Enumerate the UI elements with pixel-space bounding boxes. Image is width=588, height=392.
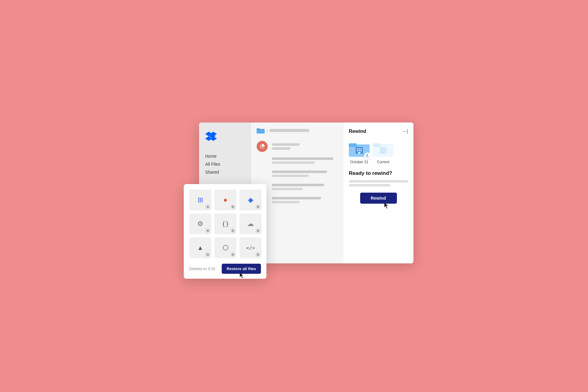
rewind-panel: Rewind →|: [343, 123, 413, 263]
sidebar-item-shared[interactable]: Shared: [205, 170, 245, 175]
file-icon-braces: {}: [222, 220, 229, 228]
folder-item-october[interactable]: October 31: [349, 141, 370, 164]
file-badge-1: [205, 204, 210, 209]
folder-icon-october: [349, 141, 370, 158]
file-icon-pie: [257, 141, 268, 152]
svg-point-35: [232, 253, 234, 256]
file-icon-cloud: ☁: [247, 220, 254, 228]
cursor-icon: [383, 202, 389, 209]
file-icon-hex: ⬡: [223, 244, 228, 252]
rewind-close-icon[interactable]: →|: [402, 129, 408, 134]
svg-rect-2: [257, 130, 265, 134]
file-thumb-grid: ⊞: [189, 190, 211, 210]
svg-rect-23: [384, 148, 386, 149]
file-badge-7: [205, 252, 210, 257]
file-badge-3: [255, 204, 260, 209]
svg-point-34: [206, 253, 209, 256]
file-badge-9: [255, 252, 260, 257]
file-thumb-cloud: ☁: [239, 213, 262, 234]
file-plain-line-7: [272, 197, 321, 199]
svg-rect-10: [359, 148, 360, 149]
file-badge-4: [205, 228, 210, 233]
files-popup: ⊞ ● ◆ ⚙: [184, 184, 266, 279]
svg-rect-21: [381, 148, 382, 149]
svg-rect-7: [349, 143, 357, 147]
folder-item-current[interactable]: Current: [373, 141, 394, 164]
files-grid: ⊞ ● ◆ ⚙: [189, 190, 261, 258]
folder-october-label: October 31: [350, 160, 368, 164]
file-row-plain-3: [272, 184, 337, 190]
deleted-label: Deleted on 9.20: [189, 267, 215, 271]
rewind-button[interactable]: Rewind: [360, 193, 397, 204]
svg-rect-11: [360, 148, 362, 149]
svg-rect-14: [360, 150, 362, 151]
file-plain-line-6: [272, 188, 303, 190]
file-thumb-hex: ⬡: [214, 237, 236, 258]
ready-to-rewind-title: Ready to rewind?: [349, 170, 408, 176]
file-row-plain-1: [272, 157, 337, 164]
file-badge-6: [255, 228, 260, 233]
file-line-1: [272, 143, 300, 146]
svg-rect-15: [358, 152, 360, 154]
rewind-header: Rewind →|: [349, 129, 408, 134]
file-thumb-braces: {}: [214, 213, 236, 234]
rewind-badge: [364, 153, 371, 159]
svg-point-36: [257, 253, 259, 256]
rewind-title: Rewind: [349, 129, 366, 134]
svg-rect-26: [384, 150, 386, 151]
file-thumb-pie: ●: [214, 190, 236, 210]
file-thumb-mountain: ▲: [189, 237, 211, 258]
scene: Home All Files Shared ›: [187, 123, 401, 270]
sidebar-item-all-files[interactable]: All Files: [205, 162, 245, 167]
svg-rect-9: [357, 148, 358, 149]
breadcrumb-folder-icon: [257, 127, 265, 134]
file-row-plain-4: [272, 197, 337, 203]
svg-point-31: [206, 229, 209, 232]
folder-current-label: Current: [377, 160, 389, 164]
file-icon-code: </>: [246, 245, 255, 251]
rewind-folders: October 31: [349, 141, 408, 164]
file-line-2: [272, 147, 290, 150]
file-plain-line-5: [272, 184, 324, 186]
svg-rect-12: [357, 150, 358, 151]
rewind-desc-line-1: [349, 180, 408, 183]
svg-rect-24: [381, 150, 382, 151]
file-plain-line-2: [272, 161, 315, 164]
file-icon-grid: ⊞: [198, 196, 203, 204]
file-icon-gear: ⚙: [197, 220, 203, 228]
file-thumb-gear: ⚙: [189, 213, 211, 234]
folder-icon-current: [373, 141, 394, 158]
svg-point-28: [206, 205, 209, 208]
svg-rect-13: [359, 150, 360, 151]
rewind-desc-line-2: [349, 184, 390, 187]
file-icon-mountain: ▲: [197, 244, 203, 251]
svg-point-33: [257, 229, 259, 232]
svg-point-30: [257, 205, 259, 208]
file-plain-line-4: [272, 175, 309, 177]
svg-rect-22: [383, 148, 384, 149]
file-badge-5: [230, 228, 235, 233]
file-text-lines-1: [272, 143, 300, 150]
file-plain-line-3: [272, 171, 327, 173]
popup-footer: Deleted on 9.20 Restore all files: [189, 264, 261, 274]
svg-rect-19: [373, 143, 381, 147]
svg-point-32: [232, 229, 234, 232]
file-plain-line-8: [272, 201, 300, 203]
file-icon-diamond: ◆: [248, 196, 253, 204]
breadcrumb-bar: [270, 129, 309, 132]
rewind-desc-lines: [349, 180, 408, 187]
sidebar-item-home[interactable]: Home: [205, 154, 245, 159]
svg-rect-25: [383, 150, 384, 151]
sidebar-nav: Home All Files Shared: [205, 154, 245, 175]
file-thumb-diamond: ◆: [239, 190, 262, 210]
file-plain-line-1: [272, 157, 333, 160]
svg-rect-27: [382, 152, 384, 154]
breadcrumb: ›: [257, 127, 337, 134]
svg-point-29: [232, 205, 234, 208]
file-thumb-code: </>: [239, 237, 262, 258]
breadcrumb-chevron: ›: [266, 128, 268, 133]
file-badge-8: [230, 252, 235, 257]
svg-rect-3: [257, 128, 260, 130]
file-row-1: [257, 141, 337, 152]
file-badge-2: [230, 204, 235, 209]
